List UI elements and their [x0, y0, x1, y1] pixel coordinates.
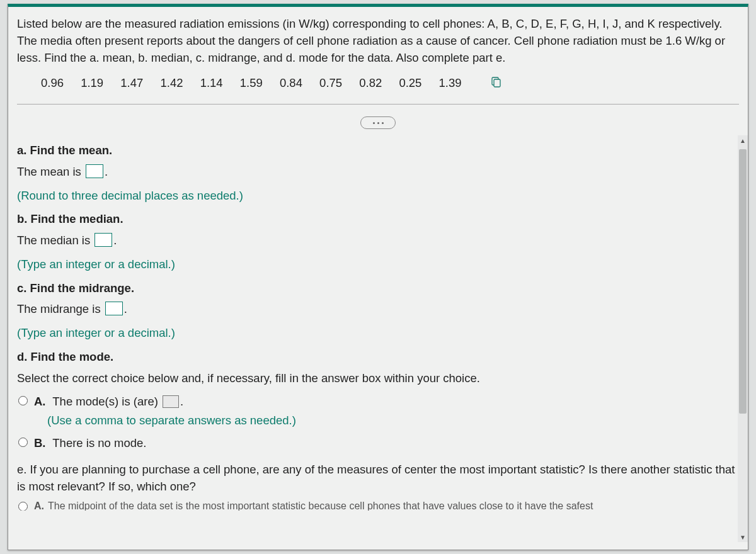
- data-value: 1.47: [120, 76, 143, 89]
- part-c-instr: (Type an integer or a decimal.): [17, 324, 739, 342]
- choice-b-text: There is no mode.: [52, 436, 146, 449]
- data-value: 1.19: [81, 76, 103, 89]
- part-a-instr: (Round to three decimal places as needed…: [17, 187, 739, 205]
- data-value: 0.84: [280, 76, 302, 89]
- median-input[interactable]: [94, 233, 112, 247]
- scrollbar-thumb[interactable]: [739, 149, 747, 414]
- copy-icon[interactable]: [490, 77, 501, 88]
- part-d-head: d. Find the mode.: [17, 348, 739, 366]
- mean-input[interactable]: [86, 164, 103, 178]
- part-e-text: e. If you are planning to purchase a cel…: [17, 461, 739, 496]
- scroll-up-icon[interactable]: ▲: [738, 135, 748, 145]
- choice-a-row: A. The mode(s) is (are) .: [17, 393, 739, 410]
- radio-choice-a[interactable]: [18, 396, 28, 405]
- data-value: 1.59: [240, 76, 263, 89]
- part-c-head: c. Find the midrange.: [17, 280, 739, 297]
- choice-e-a-fragment: The midpoint of the data set is the most…: [48, 502, 593, 511]
- part-b-head: b. Find the median.: [17, 210, 739, 228]
- answer-area: a. Find the mean. The mean is . (Round t…: [17, 135, 739, 542]
- choice-e-a-row: A. The midpoint of the data set is the m…: [17, 502, 739, 511]
- mode-input[interactable]: [163, 395, 179, 408]
- part-d-prompt: Select the correct choice below and, if …: [17, 370, 739, 387]
- expand-pill[interactable]: [360, 116, 396, 129]
- question-panel: Listed below are the measured radiation …: [8, 4, 748, 550]
- choice-b-row: B. There is no mode.: [17, 434, 739, 452]
- data-value: 0.96: [41, 76, 64, 89]
- choice-a-label: A.: [34, 395, 46, 408]
- radio-choice-e-a[interactable]: [18, 502, 28, 511]
- midrange-input[interactable]: [105, 302, 123, 315]
- data-value: 1.14: [200, 76, 223, 89]
- intro-text: Listed below are the measured radiation …: [17, 17, 725, 64]
- problem-statement: Listed below are the measured radiation …: [8, 7, 748, 66]
- choice-a-instr: (Use a comma to separate answers as need…: [47, 412, 739, 429]
- data-value: 1.42: [160, 76, 183, 89]
- part-b-instr: (Type an integer or a decimal.): [17, 256, 739, 273]
- part-a-head: a. Find the mean.: [17, 142, 739, 159]
- data-value: 0.75: [319, 76, 342, 89]
- data-value: 1.39: [439, 76, 462, 89]
- data-values-row: 0.96 1.19 1.47 1.42 1.14 1.59 0.84 0.75 …: [8, 66, 748, 104]
- part-b-line: The median is .: [17, 232, 739, 249]
- data-value: 0.25: [399, 76, 421, 89]
- radio-choice-b[interactable]: [18, 438, 28, 447]
- divider: [17, 104, 739, 105]
- scroll-down-icon[interactable]: ▼: [738, 532, 748, 542]
- choice-b-label: B.: [34, 436, 46, 449]
- part-a-line: The mean is .: [17, 163, 739, 181]
- data-value: 0.82: [359, 76, 382, 89]
- svg-rect-1: [494, 79, 500, 87]
- part-c-line: The midrange is .: [17, 300, 739, 318]
- choice-a-text: The mode(s) is (are): [52, 395, 158, 408]
- choice-e-a-label: A.: [34, 502, 44, 511]
